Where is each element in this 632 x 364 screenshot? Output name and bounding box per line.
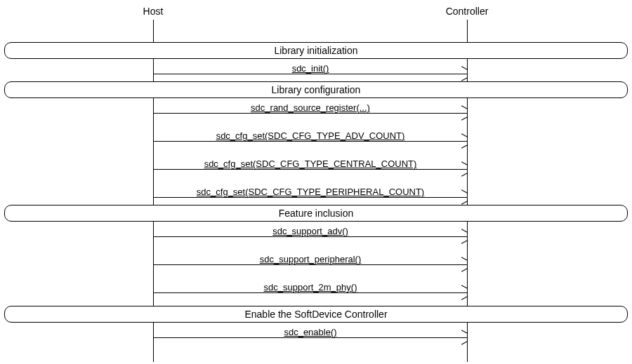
message-line: [154, 74, 467, 74]
message-label: sdc_rand_source_register(...): [154, 102, 467, 113]
message-label: sdc_init(): [154, 63, 467, 74]
participant-controller-label: Controller: [446, 6, 489, 17]
message-sdc-rand-source-register: sdc_rand_source_register(...): [154, 102, 467, 114]
message-sdc-enable: sdc_enable(): [154, 327, 467, 338]
message-label: sdc_cfg_set(SDC_CFG_TYPE_PERIPHERAL_COUN…: [154, 187, 467, 197]
arrow-right-icon: [461, 260, 468, 269]
message-label: sdc_support_peripheral(): [154, 254, 467, 264]
message-label: sdc_support_adv(): [154, 226, 467, 236]
message-sdc-support-adv: sdc_support_adv(): [154, 226, 467, 237]
message-sdc-support-peripheral: sdc_support_peripheral(): [154, 254, 467, 265]
section-enable-softdevice-controller: Enable the SoftDevice Controller: [4, 306, 628, 323]
message-sdc-cfg-set-adv-count: sdc_cfg_set(SDC_CFG_TYPE_ADV_COUNT): [154, 130, 467, 142]
arrow-right-icon: [461, 137, 468, 145]
section-title: Library configuration: [272, 84, 361, 95]
message-sdc-cfg-set-peripheral-count: sdc_cfg_set(SDC_CFG_TYPE_PERIPHERAL_COUN…: [154, 187, 467, 198]
message-line: [154, 236, 467, 237]
message-sdc-init: sdc_init(): [154, 63, 467, 74]
lifeline-controller-seg5: [467, 323, 468, 362]
section-feature-inclusion: Feature inclusion: [4, 205, 628, 222]
arrow-right-icon: [461, 232, 468, 241]
message-line: [154, 337, 467, 338]
message-line: [154, 113, 467, 114]
arrow-right-icon: [461, 333, 468, 342]
lifeline-host-seg1: [153, 20, 154, 42]
message-label: sdc_support_2m_phy(): [154, 282, 467, 292]
section-title: Library initialization: [274, 45, 357, 56]
message-line: [154, 197, 467, 198]
lifeline-controller-seg1: [467, 20, 468, 42]
message-sdc-support-2m-phy: sdc_support_2m_phy(): [154, 282, 467, 293]
message-line: [154, 141, 467, 142]
message-label: sdc_cfg_set(SDC_CFG_TYPE_ADV_COUNT): [154, 130, 467, 141]
section-library-configuration: Library configuration: [4, 81, 628, 98]
section-library-initialization: Library initialization: [4, 42, 628, 59]
arrow-right-icon: [461, 165, 468, 173]
participant-host-label: Host: [143, 6, 164, 17]
arrow-right-icon: [461, 69, 468, 78]
section-title: Feature inclusion: [279, 208, 354, 219]
arrow-right-icon: [461, 288, 468, 297]
message-sdc-cfg-set-central-count: sdc_cfg_set(SDC_CFG_TYPE_CENTRAL_COUNT): [154, 159, 467, 170]
message-label: sdc_cfg_set(SDC_CFG_TYPE_CENTRAL_COUNT): [154, 159, 467, 169]
arrow-right-icon: [461, 193, 468, 201]
message-line: [154, 169, 467, 170]
message-line: [154, 264, 467, 265]
section-title: Enable the SoftDevice Controller: [244, 309, 387, 320]
arrow-right-icon: [461, 109, 468, 117]
message-line: [154, 292, 467, 293]
message-label: sdc_enable(): [154, 327, 467, 337]
